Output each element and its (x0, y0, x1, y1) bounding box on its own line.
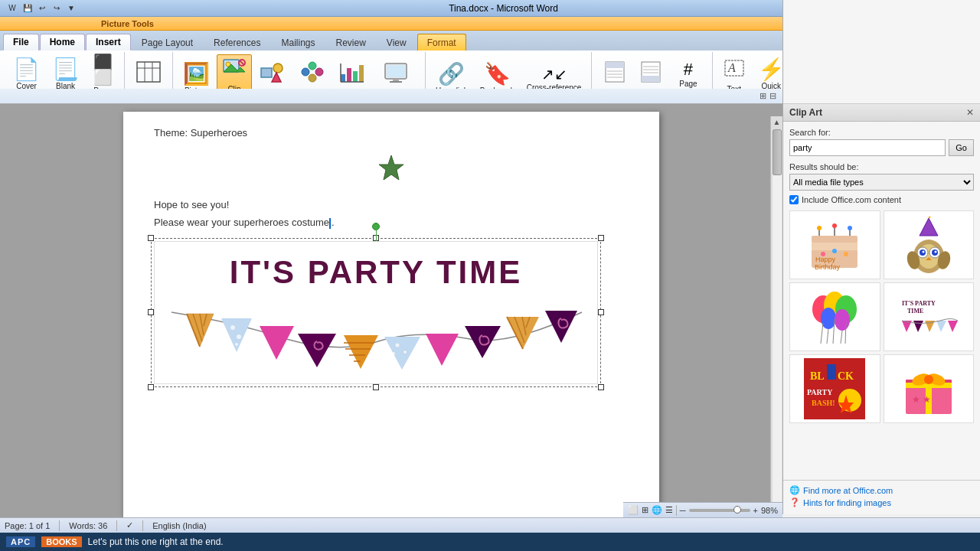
svg-marker-91 (426, 334, 459, 366)
party-banner-wrapper[interactable]: IT'S PARTY TIME (154, 241, 598, 384)
tab-format[interactable]: Format (417, 34, 466, 51)
go-button[interactable]: Go (949, 139, 974, 156)
document-scrollbar[interactable]: ▲ ▼ (770, 116, 782, 517)
save-btn[interactable]: 💾 (21, 2, 34, 15)
clip-art-panel-top (783, 0, 980, 104)
expand-icon[interactable]: ⊞ (760, 91, 766, 101)
handle-bl[interactable] (148, 384, 154, 390)
clip-art-icon (222, 57, 247, 83)
include-row: Include Office.com content (789, 195, 974, 204)
scroll-up-btn[interactable]: ▲ (772, 116, 782, 128)
svg-rect-32 (642, 76, 660, 82)
clip-item-cake[interactable]: Happy Birthday (789, 210, 880, 279)
include-checkbox[interactable] (789, 195, 799, 204)
print-layout-icon[interactable]: ⬜ (628, 505, 639, 515)
tab-review[interactable]: Review (325, 34, 375, 51)
svg-point-105 (817, 226, 822, 230)
clip-item-gift[interactable]: ★ ★ (884, 354, 975, 423)
tab-page-layout[interactable]: Page Layout (132, 34, 203, 51)
search-input[interactable] (789, 139, 946, 156)
handle-tr[interactable] (598, 235, 604, 241)
apc-books: BOOKS (41, 536, 81, 547)
svg-marker-98 (545, 311, 577, 343)
zoom-out-btn[interactable]: ─ (680, 506, 686, 515)
document-area: Theme: Superheroes Hope to see you! Plea… (0, 104, 782, 517)
tab-references[interactable]: References (204, 34, 270, 51)
handle-bm[interactable] (373, 384, 379, 390)
svg-marker-87 (384, 337, 420, 370)
zoom-slider[interactable] (689, 509, 750, 512)
tab-mailings[interactable]: Mailings (271, 34, 325, 51)
page-number-icon: # (684, 61, 693, 78)
status-sep-1 (59, 520, 60, 531)
clips-grid: Happy Birthday (789, 210, 974, 423)
text-cursor (329, 218, 331, 229)
title-bar-left: W 💾 ↩ ↪ ▼ (6, 2, 77, 15)
svg-marker-68 (379, 155, 403, 180)
redo-btn[interactable]: ↪ (51, 2, 63, 15)
svg-rect-19 (359, 65, 364, 82)
svg-point-156 (924, 375, 933, 384)
scroll-track[interactable] (773, 129, 782, 504)
tab-file[interactable]: File (3, 34, 39, 51)
svg-line-114 (929, 217, 930, 218)
clip-item-balloons[interactable] (789, 282, 880, 351)
document-page: Theme: Superheroes Hope to see you! Plea… (123, 112, 659, 517)
search-row: Go (789, 139, 974, 156)
spelling-icon[interactable]: ✓ (126, 520, 133, 530)
svg-point-121 (922, 251, 924, 253)
tab-insert[interactable]: Insert (86, 34, 131, 51)
results-select[interactable]: All media file types (789, 174, 974, 191)
svg-rect-101 (812, 236, 858, 243)
undo-btn[interactable]: ↩ (36, 2, 48, 15)
svg-rect-17 (347, 68, 351, 82)
handle-mr[interactable] (598, 309, 604, 315)
scroll-thumb[interactable] (773, 129, 782, 175)
clip-item-owl[interactable] (884, 210, 975, 279)
tab-view[interactable]: View (377, 34, 416, 51)
office-link[interactable]: 🌐 Find more at Office.com (789, 485, 974, 495)
shapes-icon (260, 60, 284, 87)
svg-marker-80 (260, 326, 294, 360)
doc-theme-text: Theme: Superheroes (154, 127, 629, 139)
clip-item-party-time[interactable]: IT'S PARTY TIME (884, 282, 975, 351)
search-label: Search for: (789, 128, 974, 137)
status-bar: Page: 1 of 1 Words: 36 ✓ English (India) (0, 517, 980, 533)
smartart-icon (300, 60, 325, 87)
party-banner: IT'S PARTY TIME (154, 241, 598, 384)
svg-text:Happy: Happy (815, 256, 836, 263)
web-layout-icon[interactable]: 🌐 (652, 505, 662, 515)
svg-text:A: A (727, 61, 736, 74)
picture-icon: 🖼️ (183, 64, 210, 85)
zoom-in-btn[interactable]: + (753, 506, 758, 515)
outline-icon[interactable]: ☰ (665, 505, 673, 515)
svg-text:★ ★: ★ ★ (912, 394, 931, 405)
words-status: Words: 36 (69, 521, 107, 530)
svg-rect-16 (341, 74, 345, 82)
svg-text:PARTY: PARTY (807, 388, 833, 396)
apc-bar: APC BOOKS Let's put this one right at th… (0, 533, 980, 551)
chart-icon (339, 60, 364, 87)
clip-art-close-btn[interactable]: ✕ (966, 107, 974, 118)
hints-link[interactable]: ❓ Hints for finding images (789, 497, 974, 507)
svg-point-106 (832, 223, 837, 228)
bookmark-icon: 🔖 (484, 64, 511, 85)
hyperlink-icon: 🔗 (438, 64, 465, 85)
full-screen-icon[interactable]: ⊞ (642, 505, 648, 515)
handle-tl[interactable] (148, 235, 154, 241)
svg-point-110 (844, 252, 848, 256)
tab-home[interactable]: Home (40, 34, 85, 51)
svg-point-122 (934, 251, 936, 253)
context-tab-label: Picture Tools (92, 19, 163, 28)
collapse-icon[interactable]: ⊟ (769, 91, 776, 101)
svg-rect-9 (261, 68, 272, 77)
zoom-thumb[interactable] (733, 506, 741, 514)
cross-reference-icon: ↗↙ (541, 67, 567, 82)
svg-point-14 (315, 68, 323, 76)
more-btn[interactable]: ▼ (65, 2, 77, 15)
svg-point-88 (396, 343, 400, 347)
svg-point-12 (302, 68, 309, 76)
handle-br[interactable] (598, 384, 604, 390)
clip-item-block-party[interactable]: BL CK PARTY BASH! (789, 354, 880, 423)
handle-ml[interactable] (148, 309, 154, 315)
